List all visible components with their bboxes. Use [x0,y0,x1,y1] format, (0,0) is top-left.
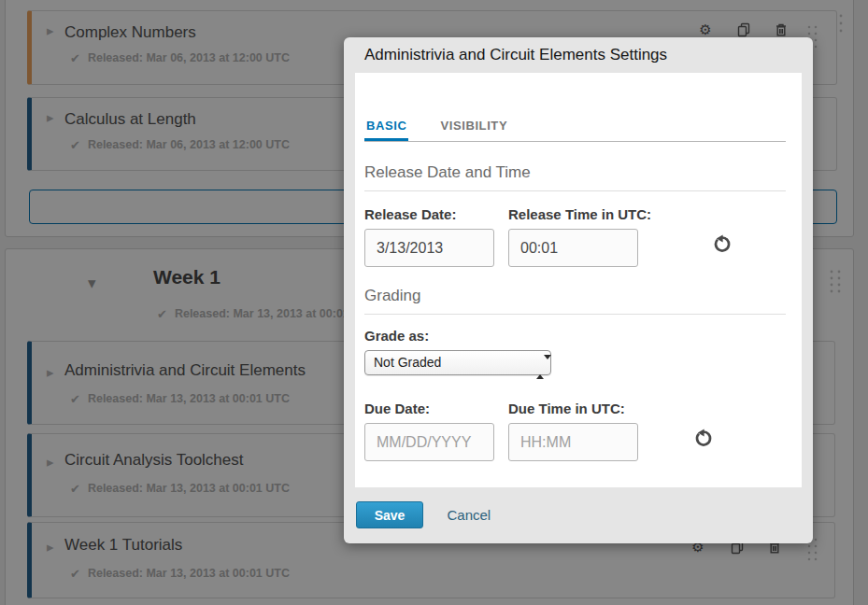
modal-title: Administrivia and Circuit Elements Setti… [344,37,813,73]
settings-modal: Administrivia and Circuit Elements Setti… [344,37,813,543]
save-button[interactable]: Save [356,501,423,528]
release-time-input[interactable] [508,229,638,267]
due-time-input[interactable] [508,423,638,461]
modal-tabs: BASIC VISIBILITY [364,119,786,142]
select-spinner-icon [536,356,544,379]
release-date-input[interactable] [364,229,494,267]
tab-basic[interactable]: BASIC [364,119,408,141]
reset-release-icon[interactable] [712,234,732,257]
modal-footer: Save Cancel [344,487,813,543]
release-time-label: Release Time in UTC: [508,206,651,222]
cancel-link[interactable]: Cancel [447,501,491,528]
due-time-label: Due Time in UTC: [508,401,638,416]
grading-section-heading: Grading [364,287,786,315]
release-section-heading: Release Date and Time [364,163,786,191]
release-fields: Release Date: Release Time in UTC: [364,206,786,267]
reset-due-icon[interactable] [693,429,713,451]
grade-as-value: Not Graded [374,355,441,370]
release-date-label: Release Date: [364,206,494,222]
due-date-input[interactable] [364,423,494,461]
modal-body: BASIC VISIBILITY Release Date and Time R… [355,73,802,487]
studio-outline-page: ▸ Complex Numbers ✔ Released: Mar 06, 20… [0,0,868,605]
due-date-label: Due Date: [364,401,494,416]
due-fields: Due Date: Due Time in UTC: [364,401,786,461]
tab-visibility[interactable]: VISIBILITY [438,119,509,141]
grade-as-select[interactable]: Not Graded [364,350,551,375]
grade-as-label: Grade as: [364,328,786,344]
